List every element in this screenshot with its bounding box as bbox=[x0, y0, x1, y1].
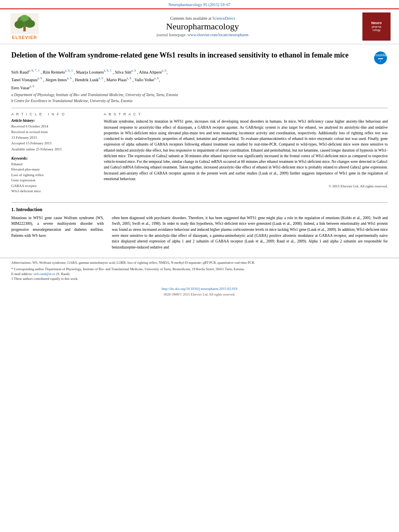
author-alina-sup: a, b bbox=[162, 69, 167, 72]
author-jurgen-sup: a, b bbox=[67, 76, 72, 80]
available-online: Available online 25 February 2015 bbox=[11, 147, 96, 152]
intro-section-title: 1. Introduction bbox=[11, 207, 388, 213]
email-address[interactable]: sirli.raud@ut.ee bbox=[33, 272, 56, 276]
author-hendrik-sup: a, b bbox=[99, 76, 103, 80]
author-mario: , Mario Plaas bbox=[104, 78, 127, 82]
article-content: Deletion of the Wolfram syndrome-related… bbox=[0, 44, 399, 198]
author-tanel: Tanel Visnapuu bbox=[11, 78, 37, 82]
svg-rect-4 bbox=[23, 27, 26, 31]
body-divider bbox=[11, 202, 388, 203]
keywords-list: Ethanol Elevated plus-maze Loss of right… bbox=[11, 162, 96, 194]
author-vallo: , Vallo Volke bbox=[132, 78, 154, 82]
equal-contribution-note: 1 These authors contributed equally to t… bbox=[11, 277, 388, 281]
homepage-url[interactable]: www.elsevier.com/locate/neuropharm bbox=[187, 33, 249, 37]
intro-para-right: often been diagnosed with psychiatric di… bbox=[112, 215, 388, 251]
journal-name-heading: Neuropharmacology bbox=[47, 21, 358, 32]
footnote-abbreviations: Abbreviations: WS, Wolfram syndrome; GAB… bbox=[11, 261, 388, 281]
keyword-ethanol: Ethanol bbox=[11, 162, 96, 167]
author-mario-sup: a, b bbox=[127, 76, 132, 80]
journal-header: ELSEVIER Contents lists available at Sci… bbox=[0, 8, 399, 44]
doi-link[interactable]: http://dx.doi.org/10.1016/j.neuropharm.2… bbox=[0, 285, 399, 292]
history-label: Article history: bbox=[11, 119, 96, 123]
introduction-section: 1. Introduction Mutations in WFS1 gene c… bbox=[0, 207, 399, 253]
elsevier-logo-area: ELSEVIER bbox=[6, 13, 43, 40]
received-revised-label: Received in revised form bbox=[11, 129, 96, 135]
email-person-label: (S. Raud). bbox=[56, 272, 70, 276]
corresponding-author-text: * Corresponding author. Department of Ph… bbox=[11, 267, 388, 272]
contents-available-line: Contents lists available at ScienceDirec… bbox=[47, 16, 358, 21]
accepted-date: Accepted 15 February 2015 bbox=[11, 141, 96, 146]
affiliation-a: a Department of Physiology, Institute of… bbox=[11, 92, 388, 98]
journal-info-center: Contents lists available at ScienceDirec… bbox=[47, 16, 358, 37]
crossmark-logo[interactable]: CrossMark ✓ bbox=[373, 51, 388, 65]
intro-left-col: Mutations in WFS1 gene cause Wolfram syn… bbox=[11, 215, 104, 253]
author-tanel-sup: a, b bbox=[37, 76, 42, 80]
abstract-column: A B S T R A C T Wolfram syndrome, induce… bbox=[104, 112, 388, 194]
neuro-logo-area: Neuro pharma cology bbox=[362, 12, 393, 41]
email-label: E-mail address: bbox=[11, 272, 33, 276]
article-copyright: © 2015 Elsevier Ltd. All rights reserved… bbox=[104, 184, 388, 188]
author-eero-sup: a, b bbox=[30, 84, 35, 88]
author-sirli: Sirli Raud bbox=[11, 70, 29, 74]
author-maarja: , Maarja Loomets bbox=[74, 70, 104, 74]
journal-reference: Neuropharmacology 95 (2015) 59–67 bbox=[0, 0, 399, 8]
svg-text:✓: ✓ bbox=[379, 60, 382, 62]
article-info-abstract: A R T I C L E I N F O Article history: R… bbox=[11, 112, 388, 194]
intro-right-col: often been diagnosed with psychiatric di… bbox=[112, 215, 388, 253]
footnote-area: Abbreviations: WS, Wolfram syndrome; GAB… bbox=[0, 258, 399, 281]
author-riin-sup: a, b, 1 bbox=[65, 69, 73, 72]
article-info-column: A R T I C L E I N F O Article history: R… bbox=[11, 112, 96, 194]
elsevier-tree-image bbox=[10, 13, 39, 34]
svg-point-2 bbox=[14, 21, 24, 29]
author-vallo-sup: a, b bbox=[154, 76, 159, 80]
author-alina: , Alina Altpere bbox=[137, 70, 162, 74]
abbreviations-text: Abbreviations: WS, Wolfram syndrome; GAB… bbox=[11, 261, 388, 265]
keywords-label: Keywords: bbox=[11, 156, 96, 160]
svg-text:CrossMark: CrossMark bbox=[373, 53, 388, 57]
author-silva: , Silva Sütt bbox=[113, 70, 131, 74]
elsevier-text: ELSEVIER bbox=[12, 35, 37, 40]
author-eero: Eero Vasar bbox=[11, 85, 30, 90]
homepage-line: journal homepage: www.elsevier.com/locat… bbox=[47, 33, 358, 37]
received-date: Received 6 October 2014 bbox=[11, 124, 96, 129]
received-revised-date: 13 February 2015 bbox=[11, 135, 96, 140]
intro-body-columns: Mutations in WFS1 gene cause Wolfram syn… bbox=[11, 215, 388, 253]
article-title: Deletion of the Wolfram syndrome-related… bbox=[11, 51, 373, 60]
article-info-header: A R T I C L E I N F O bbox=[11, 112, 96, 116]
author-hendrik: , Hendrik Luuk bbox=[73, 78, 99, 82]
keyword-wfs1: Wfs1-deficient mice bbox=[11, 189, 96, 194]
keyword-gene: Gene expression bbox=[11, 178, 96, 183]
affiliations-block: a Department of Physiology, Institute of… bbox=[11, 92, 388, 104]
keyword-lorr: Loss of righting reflex bbox=[11, 173, 96, 178]
authors-line-2: Tanel Visnapuua, b , Jürgen Innosa, b , … bbox=[11, 76, 388, 83]
email-line: E-mail address: sirli.raud@ut.ee (S. Rau… bbox=[11, 272, 388, 277]
author-silva-sup: a, b bbox=[132, 69, 136, 72]
section-divider bbox=[11, 108, 388, 108]
contents-label: Contents lists available at bbox=[170, 16, 211, 21]
authors-line-3: Eero Vasara, b bbox=[11, 84, 388, 91]
issn-copyright: 0028-3908/© 2015 Elsevier Ltd. All right… bbox=[0, 292, 399, 299]
author-riin: , Riin Reimets bbox=[41, 70, 65, 74]
affiliation-b: b Centre for Excellence in Translational… bbox=[11, 99, 388, 104]
svg-point-5 bbox=[21, 15, 29, 21]
author-sirli-sup: a, b, *, 1 bbox=[29, 69, 40, 72]
homepage-label: journal homepage: bbox=[156, 33, 187, 37]
keyword-gabaa: GABAA receptor bbox=[11, 183, 96, 189]
article-title-row: Deletion of the Wolfram syndrome-related… bbox=[11, 51, 388, 65]
authors-line-1: Sirli Rauda, b, *, 1 , Riin Reimetsa, b,… bbox=[11, 68, 388, 75]
intro-section-num: 1. bbox=[11, 207, 15, 212]
intro-para-left: Mutations in WFS1 gene cause Wolfram syn… bbox=[11, 215, 104, 239]
intro-section-name: Introduction bbox=[16, 207, 42, 212]
author-maarja-sup: a, b, 1 bbox=[104, 69, 112, 72]
keyword-epm: Elevated plus-maze bbox=[11, 167, 96, 173]
abstract-header: A B S T R A C T bbox=[104, 112, 388, 116]
abstract-body: Wolfram syndrome, induced by mutation in… bbox=[104, 119, 388, 182]
author-jurgen: , Jürgen Innos bbox=[43, 78, 67, 82]
sciencedirect-link[interactable]: ScienceDirect bbox=[212, 16, 235, 21]
neuropharmacology-logo: Neuro pharma cology bbox=[362, 12, 391, 41]
